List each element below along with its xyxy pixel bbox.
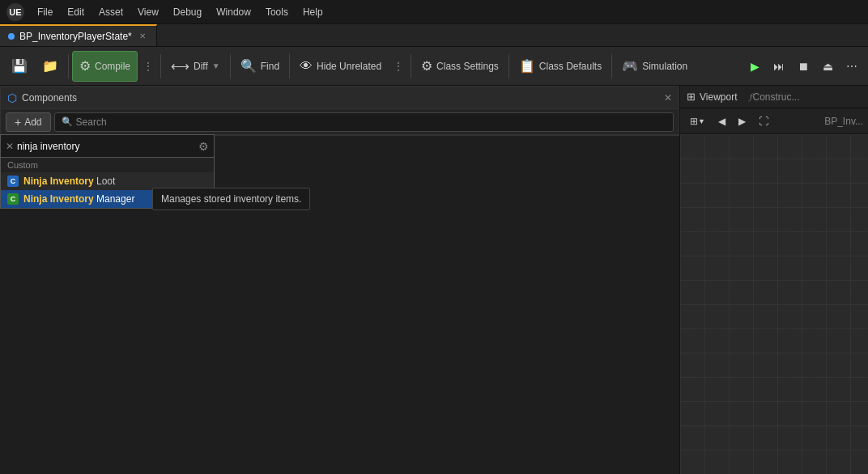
compile-icon: ⚙ (79, 58, 91, 74)
viewport-title: ⊞ Viewport (687, 91, 737, 103)
play-controls: ▶ ⏭ ⏹ ⏏ ⋯ (743, 55, 863, 78)
title-bar: UE File Edit Asset View Debug Window Too… (0, 0, 868, 24)
find-button[interactable]: 🔍 Find (234, 51, 286, 82)
menu-view[interactable]: View (131, 5, 165, 19)
search-icon: 🔍 (62, 116, 73, 127)
components-icon: ⬡ (7, 91, 17, 104)
separator-3 (230, 54, 231, 78)
ue-logo: UE (6, 3, 24, 21)
add-label: Add (24, 116, 41, 128)
viewport-forward-button[interactable]: ▶ (734, 112, 751, 131)
menu-debug[interactable]: Debug (167, 5, 208, 19)
viewport-grid-icon: ⊞ (687, 91, 696, 103)
browse-icon: 📁 (42, 58, 58, 74)
menu-tools[interactable]: Tools (259, 5, 295, 19)
play-more-button[interactable]: ⋯ (840, 55, 863, 78)
item-suffix-loot: Loot (94, 176, 116, 187)
add-button[interactable]: + Add (6, 112, 51, 132)
highlight-ninja-inventory: Ninja Inventory (23, 176, 94, 187)
panel-toolbar: + Add 🔍 Search (1, 109, 679, 135)
viewport-toolbar: ⊞ ▼ ◀ ▶ ⛶ BP_Inv... (680, 108, 868, 134)
panel-header: ⬡ Components ✕ (1, 87, 679, 109)
tab-dot (8, 33, 15, 40)
save-button[interactable]: 💾 (5, 51, 34, 82)
highlight-ninja-inventory-2: Ninja Inventory (23, 193, 94, 205)
search-input-row: ✕ ⚙ (0, 134, 215, 157)
tab-bar: BP_InventoryPlayerState* ✕ (0, 24, 868, 47)
viewport-grid (680, 134, 868, 474)
viewport-perspective-button[interactable]: ⊞ ▼ (685, 112, 710, 131)
search-box[interactable]: 🔍 Search (54, 112, 674, 132)
panel-close-button[interactable]: ✕ (664, 92, 672, 104)
hide-unrelated-more[interactable]: ⋮ (389, 60, 407, 73)
component-icon-manager: C (7, 193, 19, 205)
compile-more[interactable]: ⋮ (139, 60, 157, 73)
class-defaults-icon: 📋 (519, 58, 535, 74)
tab-close-button[interactable]: ✕ (137, 31, 148, 42)
simulation-label: Simulation (642, 61, 687, 72)
construct-label: Construc... (752, 91, 799, 103)
components-panel: ⬡ Components ✕ + Add 🔍 Search (0, 86, 679, 136)
class-defaults-label: Class Defaults (539, 61, 602, 72)
separator-7 (611, 54, 612, 78)
construct-tab[interactable]: 𝑓 Construc... (743, 86, 806, 108)
separator-6 (508, 54, 509, 78)
separator-5 (411, 54, 411, 78)
menu-file[interactable]: File (31, 5, 59, 19)
tab-label: BP_InventoryPlayerState* (19, 31, 132, 42)
menu-asset[interactable]: Asset (92, 5, 130, 19)
tab-bp-inventory[interactable]: BP_InventoryPlayerState* ✕ (0, 24, 157, 46)
search-input[interactable] (17, 141, 195, 152)
simulation-icon: 🎮 (622, 58, 638, 74)
panel-title-label: Components (22, 92, 77, 104)
step-button[interactable]: ⏭ (768, 55, 790, 78)
main-content: ⬡ Components ✕ + Add 🔍 Search ✕ (0, 86, 868, 474)
tooltip: Manages stored inventory items. (152, 188, 310, 210)
menu-window[interactable]: Window (210, 5, 257, 19)
hide-unrelated-button[interactable]: 👁 Hide Unrelated (293, 51, 388, 82)
viewport-breadcrumb: BP_Inv... (824, 116, 863, 127)
left-panel: ⬡ Components ✕ + Add 🔍 Search ✕ (0, 86, 680, 474)
class-settings-button[interactable]: ⚙ Class Settings (415, 51, 505, 82)
menu-bar: File Edit Asset View Debug Window Tools … (31, 5, 330, 19)
browse-button[interactable]: 📁 (36, 51, 65, 82)
eject-button[interactable]: ⏏ (816, 55, 839, 78)
right-panel: ⊞ Viewport 𝑓 Construc... ⊞ ▼ ◀ ▶ ⛶ BP_In… (680, 86, 868, 474)
viewport-fit-button[interactable]: ⛶ (754, 112, 773, 131)
separator-4 (289, 54, 290, 78)
dropdown-category: Custom (1, 158, 214, 172)
play-button[interactable]: ▶ (743, 55, 766, 78)
search-clear-button[interactable]: ✕ (6, 141, 14, 152)
hide-unrelated-icon: 👁 (300, 59, 313, 74)
viewport-label: Viewport (700, 91, 737, 103)
separator-1 (68, 54, 69, 78)
component-icon-loot: C (7, 176, 19, 187)
viewport-back-button[interactable]: ◀ (713, 112, 730, 131)
diff-label: Diff (194, 61, 208, 72)
compile-label: Compile (95, 61, 130, 72)
viewport-content (680, 134, 868, 474)
class-defaults-button[interactable]: 📋 Class Defaults (513, 51, 608, 82)
item-suffix-manager: Manager (94, 193, 135, 205)
search-placeholder: Search (76, 116, 107, 128)
add-icon: + (15, 116, 21, 129)
perspective-chevron: ▼ (698, 117, 705, 125)
diff-button[interactable]: ⟷ Diff ▼ (164, 51, 227, 82)
save-icon: 💾 (11, 58, 28, 74)
stop-button[interactable]: ⏹ (792, 55, 815, 78)
diff-chevron: ▼ (212, 61, 220, 70)
find-icon: 🔍 (240, 58, 257, 74)
search-settings-icon[interactable]: ⚙ (198, 140, 209, 153)
menu-edit[interactable]: Edit (61, 5, 91, 19)
perspective-icon: ⊞ (690, 116, 698, 127)
class-settings-icon: ⚙ (421, 58, 432, 74)
viewport-header: ⊞ Viewport 𝑓 Construc... (680, 86, 868, 108)
panel-title: ⬡ Components (7, 91, 77, 104)
simulation-button[interactable]: 🎮 Simulation (615, 51, 694, 82)
menu-help[interactable]: Help (296, 5, 330, 19)
class-settings-label: Class Settings (436, 61, 499, 72)
main-toolbar: 💾 📁 ⚙ Compile ⋮ ⟷ Diff ▼ 🔍 Find 👁 Hide U… (0, 47, 868, 86)
separator-2 (160, 54, 161, 78)
compile-button[interactable]: ⚙ Compile (72, 51, 138, 82)
hide-unrelated-label: Hide Unrelated (317, 61, 381, 72)
